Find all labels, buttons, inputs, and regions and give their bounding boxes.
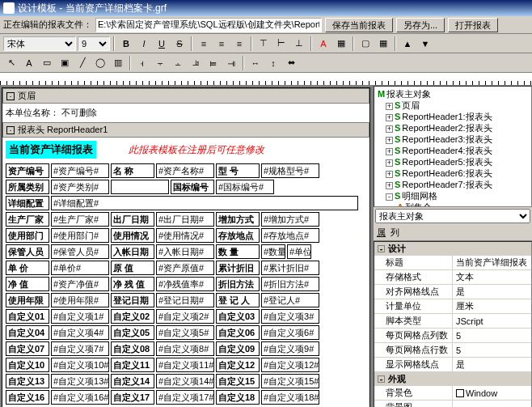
object-tree[interactable]: M报表主对象 +S页眉+SReportHeader1:报表头+SReportHe… [374, 86, 532, 207]
field-value[interactable]: #资产净值# [51, 277, 109, 291]
same-width[interactable]: ↔ [247, 55, 264, 71]
field-label[interactable]: 使用年限 [6, 293, 49, 307]
field-value[interactable]: #入帐日期# [156, 244, 214, 259]
field-value[interactable] [111, 180, 169, 194]
field-value[interactable]: #规格型号# [261, 163, 319, 178]
prop-row[interactable]: 背景色Window [374, 386, 531, 401]
field-value[interactable]: #自定义项11# [156, 358, 214, 372]
line-tool[interactable]: ╱ [74, 55, 91, 71]
field-value[interactable]: #自定义项16# [51, 390, 109, 405]
tree-node[interactable]: +S页眉 [376, 100, 530, 111]
field-value[interactable]: #自定义项7# [51, 341, 109, 356]
field-label[interactable]: 自定义03 [216, 309, 260, 324]
field-value[interactable]: #累计折旧# [261, 261, 319, 275]
tree-node[interactable]: +SReportHeader1:报表头 [376, 111, 530, 122]
barcode-tool[interactable]: ▥ [110, 55, 126, 71]
field-value[interactable]: #自定义项12# [261, 358, 319, 372]
prop-row[interactable]: 标题当前资产详细报表 [374, 256, 531, 270]
field-value[interactable]: #资产名称# [156, 163, 214, 178]
field-value[interactable]: #自定义项17# [156, 390, 214, 405]
image-tool[interactable]: ▣ [57, 55, 73, 71]
field-label[interactable]: 增加方式 [216, 212, 260, 227]
field-label[interactable]: 详细配置 [6, 196, 49, 210]
field-value[interactable]: #使用部门# [51, 228, 109, 243]
tree-node[interactable]: A列集合 [376, 201, 530, 207]
field-label[interactable]: 净 残 值 [111, 277, 154, 291]
field-value[interactable]: #自定义项14# [156, 374, 214, 388]
tree-node[interactable]: +SReportHeader6:报表头 [376, 167, 530, 179]
field-value[interactable]: #自定义项2# [156, 309, 214, 324]
send-back-button[interactable]: ▼ [417, 36, 433, 52]
report-note[interactable]: 此报表模板在注册后可任意修改 [129, 143, 264, 157]
field-value[interactable]: #折旧方法# [261, 277, 319, 291]
field-value[interactable]: #详细配置# [51, 196, 358, 210]
field-label[interactable]: 自定义12 [216, 358, 260, 372]
field-label[interactable]: 生产厂家 [6, 212, 49, 227]
field-value[interactable]: #数量# [261, 244, 285, 259]
collapse-icon[interactable]: - [6, 92, 15, 100]
prop-row[interactable]: 每页网格点列数5 [374, 329, 531, 343]
field-label[interactable]: 自定义10 [6, 358, 49, 372]
field-label[interactable]: 自定义06 [216, 325, 260, 340]
field-value[interactable]: #自定义项6# [261, 325, 319, 340]
design-canvas[interactable]: - 页眉 本单位名称： 不可删除 - 报表头 ReportHeader1 当前资… [0, 86, 372, 407]
prop-row[interactable]: 对齐网格线点是 [374, 285, 531, 299]
unit-note[interactable]: 不可删除 [61, 108, 97, 117]
field-label[interactable]: 入帐日期 [111, 244, 154, 259]
field-label[interactable]: 自定义07 [6, 341, 49, 356]
prop-row[interactable]: 计量单位厘米 [374, 299, 531, 314]
strike-button[interactable]: S [171, 36, 188, 52]
tree-node[interactable]: +SReportHeader3:报表头 [376, 134, 530, 145]
tab-props[interactable]: 属 [377, 227, 386, 239]
field-label[interactable]: 国标编号 [171, 180, 214, 194]
field-value[interactable]: #自定义项8# [156, 341, 214, 356]
pointer-tool[interactable]: ↖ [3, 55, 19, 71]
bring-front-button[interactable]: ▲ [399, 36, 416, 52]
align-center-button[interactable]: ≡ [213, 36, 230, 52]
field-label[interactable]: 自定义04 [6, 325, 49, 340]
text-tool[interactable]: A [21, 55, 37, 71]
border-button[interactable]: ▢ [357, 36, 374, 52]
fill-color-button[interactable]: ▦ [333, 36, 349, 52]
field-label[interactable]: 自定义18 [216, 390, 260, 405]
object-combo[interactable]: 报表主对象 [375, 209, 530, 223]
field-value[interactable]: #自定义项1# [51, 309, 109, 324]
field-value[interactable]: #资产类别# [51, 180, 109, 194]
same-height[interactable]: ↕ [265, 55, 281, 71]
valign-top-button[interactable]: ⊤ [255, 36, 272, 52]
field-label[interactable]: 型 号 [216, 163, 260, 178]
align-left-obj[interactable]: ⫞ [134, 55, 150, 71]
property-grid[interactable]: -设计 标题当前资产详细报表存储格式文本对齐网格线点是计量单位厘米脚本类型JSc… [374, 241, 532, 407]
grid-button[interactable]: ▦ [375, 36, 391, 52]
align-mid-obj[interactable]: ⫢ [205, 55, 222, 71]
bold-button[interactable]: B [118, 36, 134, 52]
field-label[interactable]: 自定义09 [216, 341, 260, 356]
tree-node[interactable]: +SReportHeader5:报表头 [376, 156, 530, 167]
save-as-button[interactable]: 另存为... [396, 18, 445, 32]
collapse-icon[interactable]: - [6, 126, 15, 134]
field-label[interactable]: 资产编号 [6, 163, 49, 178]
field-value[interactable]: #单位# [287, 244, 311, 259]
tree-node[interactable]: +SReportHeader2:报表头 [376, 122, 530, 134]
field-label[interactable]: 保管人员 [6, 244, 49, 259]
field-label[interactable]: 名 称 [111, 163, 154, 178]
same-size[interactable]: ⬌ [283, 55, 299, 71]
path-input[interactable] [95, 18, 322, 32]
field-value[interactable]: #生产厂家# [51, 212, 109, 227]
field-label[interactable]: 数 量 [216, 244, 260, 259]
field-value[interactable]: #资产编号# [51, 163, 109, 178]
align-left-button[interactable]: ≡ [196, 36, 212, 52]
shape-tool[interactable]: ◯ [92, 55, 108, 71]
field-value[interactable]: #国标编号# [216, 180, 274, 194]
field-label[interactable]: 单 价 [6, 261, 49, 275]
field-label[interactable]: 自定义14 [111, 374, 154, 388]
report-header-section[interactable]: - 报表头 ReportHeader1 [2, 122, 369, 138]
valign-mid-button[interactable]: ⊢ [273, 36, 289, 52]
field-value[interactable]: #自定义项13# [51, 374, 109, 388]
field-label[interactable]: 存放地点 [216, 228, 260, 243]
field-value[interactable]: #净残值率# [156, 277, 214, 291]
tree-node[interactable]: +SReportHeader4:报表头 [376, 145, 530, 156]
field-value[interactable]: #自定义项15# [261, 374, 319, 388]
prop-row[interactable]: 存储格式文本 [374, 270, 531, 285]
save-report-button[interactable]: 保存当前报表 [325, 18, 393, 32]
